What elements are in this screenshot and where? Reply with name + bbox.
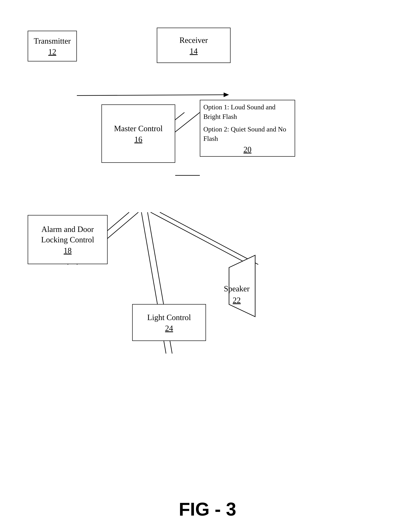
transmitter-box: Transmitter 12: [28, 31, 77, 61]
option1-text: Option 1: Loud Sound and Bright Flash: [203, 103, 292, 121]
transmitter-number: 12: [48, 47, 56, 56]
alarm-label: Alarm and Door Locking Control: [31, 224, 104, 245]
receiver-box: Receiver 14: [157, 28, 231, 63]
master-control-label: Master Control: [114, 123, 163, 134]
transmitter-label: Transmitter: [34, 36, 71, 46]
alarm-box: Alarm and Door Locking Control 18: [28, 215, 108, 264]
svg-line-0: [77, 95, 224, 95]
speaker-number: 22: [233, 296, 241, 304]
svg-marker-1: [224, 93, 229, 97]
figure-label: FIG - 3: [179, 499, 236, 520]
svg-line-7: [151, 212, 249, 265]
svg-line-8: [160, 212, 258, 265]
master-control-box: Master Control 16: [101, 104, 175, 163]
alarm-number: 18: [64, 246, 72, 255]
receiver-label: Receiver: [179, 35, 208, 46]
light-control-label: Light Control: [147, 312, 191, 323]
option2-text: Option 2: Quiet Sound and No Flash: [203, 124, 292, 143]
master-control-number: 16: [134, 135, 142, 144]
svg-marker-11: [229, 255, 255, 317]
options-number: 20: [244, 145, 251, 154]
options-box: Option 1: Loud Sound and Bright Flash Op…: [200, 100, 295, 157]
light-control-box: Light Control 24: [132, 304, 206, 341]
speaker-label: Speaker: [224, 284, 249, 293]
receiver-number: 14: [190, 47, 198, 56]
light-control-number: 24: [165, 324, 173, 333]
